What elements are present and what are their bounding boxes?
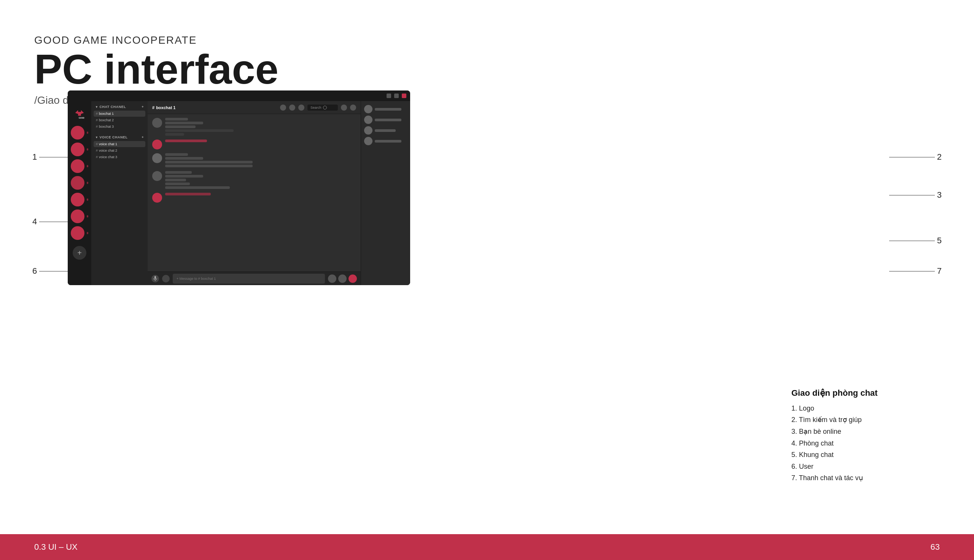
msg-text-1c — [165, 129, 234, 132]
minimize-btn[interactable] — [386, 93, 391, 98]
online-user-2 — [364, 115, 407, 124]
pin-icon[interactable] — [289, 105, 295, 111]
send-btn[interactable] — [349, 275, 357, 283]
chat-messages — [148, 114, 361, 272]
server-row-6 — [68, 210, 91, 223]
avatar-3 — [152, 153, 162, 163]
attach-btn[interactable] — [338, 275, 347, 283]
online-user-1 — [364, 105, 407, 113]
annotation-2: 2 — [889, 152, 942, 162]
online-user-4 — [364, 137, 407, 145]
members-icon[interactable] — [298, 105, 304, 111]
avatar-4 — [152, 171, 162, 181]
channel-voice-1[interactable]: # voice chat 1 — [94, 141, 145, 147]
search-box[interactable]: Search — [307, 105, 338, 111]
headset-icon[interactable] — [162, 275, 170, 282]
annotation-5: 5 — [889, 236, 942, 246]
msg-text-4d — [165, 182, 190, 185]
close-btn[interactable] — [402, 93, 406, 98]
user-name-2 — [375, 118, 401, 121]
bell-icon[interactable] — [280, 105, 286, 111]
channel-boxchat-2[interactable]: # boxchat 2 — [94, 117, 145, 123]
user-name-1 — [375, 108, 401, 111]
server-label-1 — [87, 132, 88, 134]
chevron-icon: ▼ — [95, 105, 98, 109]
annotation-1: 1 — [32, 152, 70, 162]
add-server-btn[interactable]: + — [73, 246, 86, 260]
footer-page: 63 — [931, 542, 940, 552]
annotation-3: 3 — [889, 190, 942, 200]
chevron-voice-icon: ▼ — [95, 136, 98, 139]
channel-boxchat-3[interactable]: # boxchat 3 — [94, 123, 145, 130]
message-content-2 — [165, 140, 356, 142]
voice-channel-header: ▼ VOICE CHANEL + — [94, 135, 145, 140]
user-avatar-2 — [364, 115, 373, 124]
msg-text-3d — [165, 165, 252, 167]
add-channel-btn[interactable]: + — [142, 105, 144, 109]
search-icon — [323, 106, 327, 110]
server-avatar-3[interactable] — [71, 159, 84, 173]
server-row-4 — [68, 176, 91, 190]
server-label-3 — [87, 165, 88, 167]
chat-channel-section: ▼ CHAT CHANEL + # boxchat 1 # boxchat 2 — [91, 101, 148, 132]
help-icon[interactable] — [350, 105, 356, 111]
legend-item-4: 4. Phòng chat — [791, 438, 890, 449]
avatar-5 — [152, 193, 162, 203]
online-user-3 — [364, 126, 407, 135]
maximize-btn[interactable] — [394, 93, 399, 98]
channel-voice-2[interactable]: # voice chat 2 — [94, 148, 145, 153]
app-window: GOOD — [68, 90, 410, 285]
server-row-7 — [68, 226, 91, 240]
server-avatar-2[interactable] — [71, 143, 84, 156]
hash-icon-2: # — [96, 118, 98, 122]
server-avatar-6[interactable] — [71, 210, 84, 223]
server-avatar-4[interactable] — [71, 176, 84, 190]
annotation-7: 7 — [889, 266, 942, 276]
legend-item-6: 6. User — [791, 461, 890, 473]
server-label-5 — [87, 198, 88, 201]
legend-items: 1. Logo 2. Tìm kiếm và trợ giúp 3. Bạn b… — [791, 403, 890, 484]
input-right-icons — [328, 275, 357, 283]
msg-text-2a — [165, 140, 207, 142]
message-row-4 — [152, 171, 356, 189]
microphone-icon[interactable] — [151, 275, 159, 282]
server-avatar-7[interactable] — [71, 226, 84, 240]
msg-text-5a — [165, 193, 211, 195]
chat-main: # boxchat 1 Search — [148, 101, 361, 285]
emoji-btn[interactable] — [328, 275, 336, 283]
chat-section-label: CHAT CHANEL — [99, 105, 126, 109]
legend-item-7: 7. Thanh chat và tác vụ — [791, 472, 890, 484]
server-label-6 — [87, 215, 88, 217]
add-voice-channel-btn[interactable]: + — [142, 135, 144, 139]
legend-item-3: 3. Bạn bè online — [791, 426, 890, 438]
footer-version: 0.3 UI – UX — [34, 542, 78, 552]
user-name-4 — [375, 140, 401, 143]
message-content-5 — [165, 193, 356, 195]
inbox-icon[interactable] — [341, 105, 347, 111]
server-avatar-5[interactable] — [71, 193, 84, 207]
logo-area: GOOD — [72, 105, 87, 121]
title-bar — [68, 90, 410, 101]
chat-header-icons: Search — [280, 105, 356, 111]
user-avatar-4 — [364, 137, 373, 145]
user-avatar-1 — [364, 105, 373, 113]
footer: 0.3 UI – UX 63 — [0, 534, 974, 560]
server-row-3 — [68, 159, 91, 173]
message-row-5 — [152, 193, 356, 203]
msg-text-1b — [165, 125, 195, 128]
message-row-1 — [152, 118, 356, 136]
msg-text-4a — [165, 171, 192, 174]
page-title: PC interface — [34, 48, 279, 90]
svg-text:GOOD: GOOD — [79, 117, 84, 119]
annotation-4: 4 — [32, 217, 70, 227]
server-avatar-1[interactable] — [71, 126, 84, 140]
msg-text-3a — [165, 153, 188, 156]
chat-channel-header: ▼ CHAT CHANEL + — [94, 104, 145, 110]
window-controls — [386, 93, 406, 98]
channel-boxchat-1[interactable]: # boxchat 1 — [94, 111, 145, 117]
server-label-2 — [87, 148, 88, 150]
server-row-2 — [68, 143, 91, 156]
legend-area: Giao diện phòng chat 1. Logo 2. Tìm kiếm… — [791, 388, 890, 484]
chat-input[interactable]: + Message to # boxchat 1 — [173, 274, 325, 283]
channel-voice-3[interactable]: # voice chat 3 — [94, 154, 145, 160]
